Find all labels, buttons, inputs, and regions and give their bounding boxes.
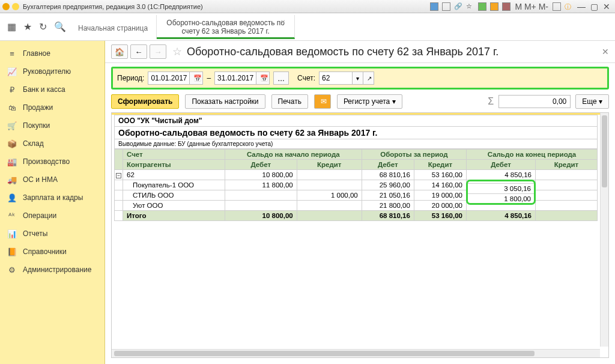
search-icon[interactable]: 🔍: [54, 21, 66, 32]
page-title: Оборотно-сальдовая ведомость по счету 62…: [187, 46, 498, 58]
print-button[interactable]: Печать: [271, 94, 308, 109]
history-icon[interactable]: ↻: [39, 21, 47, 32]
cell: 19 000,00: [414, 190, 466, 201]
apps-grid-icon[interactable]: ▦: [7, 21, 16, 32]
sidebar-item-main[interactable]: ≡Главное: [0, 44, 105, 62]
horizontal-scrollbar[interactable]: [112, 349, 600, 357]
register-button[interactable]: Регистр учета ▾: [337, 94, 402, 109]
sidebar-item-admin[interactable]: ⚙Администрирование: [0, 261, 105, 279]
sidebar-label: Администрирование: [23, 265, 91, 274]
cell: [225, 201, 297, 211]
window-minimize[interactable]: —: [577, 2, 586, 11]
titlebar-icon-calc[interactable]: [502, 2, 510, 11]
sum-field[interactable]: [498, 95, 571, 108]
vertical-scrollbar[interactable]: [600, 113, 608, 347]
show-settings-button[interactable]: Показать настройки: [185, 94, 265, 109]
header-opening: Сальдо на начало периода: [225, 150, 362, 160]
page-close-button[interactable]: ✕: [602, 47, 609, 56]
cell: 4 850,16: [466, 211, 535, 221]
sidebar-label: Склад: [23, 139, 44, 148]
box-icon: 📦: [7, 139, 17, 148]
header-closing: Сальдо на конец периода: [466, 150, 597, 160]
titlebar-icon-print[interactable]: [442, 2, 450, 11]
cell-name: 62: [123, 170, 225, 180]
period-from-input[interactable]: [148, 71, 190, 85]
scrollbar-thumb[interactable]: [114, 351, 535, 356]
home-button[interactable]: 🏠: [111, 44, 128, 59]
favorite-star-icon[interactable]: ☆: [172, 45, 182, 58]
cell: [297, 170, 362, 180]
titlebar-icon-link[interactable]: 🔗: [454, 2, 462, 11]
sidebar-item-production[interactable]: 🏭Производство: [0, 153, 105, 171]
cell: [536, 170, 598, 180]
account-dropdown-button[interactable]: ▾: [353, 71, 363, 85]
window-maximize[interactable]: ▢: [590, 2, 598, 11]
sidebar-item-purchases[interactable]: 🛒Покупки: [0, 117, 105, 135]
favorites-star-icon[interactable]: ★: [23, 21, 32, 32]
period-from-calendar-button[interactable]: 📅: [190, 71, 203, 85]
sidebar-item-reports[interactable]: 📊Отчеты: [0, 225, 105, 243]
report-container[interactable]: ООО "УК "Чистый дом" Оборотно-сальдовая …: [111, 112, 609, 358]
forward-button[interactable]: →: [150, 44, 166, 59]
app-icon-dropdown[interactable]: [12, 3, 19, 10]
email-button[interactable]: ✉: [314, 94, 331, 109]
cell: 53 160,00: [414, 211, 466, 221]
cell: [536, 201, 598, 211]
sidebar-item-stock[interactable]: 📦Склад: [0, 135, 105, 153]
window-titlebar: Бухгалтерия предприятия, редакция 3.0 (1…: [0, 0, 615, 13]
sidebar-item-refs[interactable]: 📙Справочники: [0, 243, 105, 261]
sidebar-item-bank[interactable]: ₽Банк и касса: [0, 80, 105, 99]
titlebar-star-icon[interactable]: ☆: [466, 2, 474, 11]
header-debit: Дебет: [362, 160, 414, 170]
sidebar-item-assets[interactable]: 🚚ОС и НМА: [0, 171, 105, 189]
sidebar-item-salary[interactable]: 👤Зарплата и кадры: [0, 189, 105, 207]
window-close[interactable]: ✕: [603, 2, 610, 11]
back-button[interactable]: ←: [130, 44, 147, 59]
sidebar-item-operations[interactable]: ᴬᵏОперации: [0, 207, 105, 225]
sidebar-label: Покупки: [23, 121, 50, 130]
titlebar-icon-green[interactable]: [478, 2, 486, 11]
cell-name: Уют ООО: [123, 201, 225, 211]
cell: 11 800,00: [225, 180, 297, 190]
cell: 10 800,00: [225, 211, 297, 221]
cell: 20 000,00: [414, 201, 466, 211]
cell-name: Покупатель-1 ООО: [123, 180, 225, 190]
tab-close-icon[interactable]: ✕: [280, 19, 285, 25]
titlebar-icon-calendar[interactable]: [490, 2, 498, 11]
chart-icon: 📈: [7, 67, 17, 76]
page-header: 🏠 ← → ☆ Оборотно-сальдовая ведомость по …: [105, 41, 615, 63]
titlebar-info-icon[interactable]: ⓘ: [565, 2, 573, 11]
tab-start-page[interactable]: Начальная страница: [70, 15, 157, 39]
header-credit: Кредит: [536, 160, 598, 170]
scrollbar-thumb[interactable]: [602, 115, 607, 187]
sidebar-item-manager[interactable]: 📈Руководителю: [0, 62, 105, 80]
titlebar-icon-panel[interactable]: [553, 2, 561, 11]
tab-report-active[interactable]: Оборотно-сальдовая ведомость по счету 62…: [157, 15, 295, 39]
header-credit: Кредит: [414, 160, 466, 170]
app-icon-1c: [2, 3, 10, 10]
table-row[interactable]: − 62 10 800,00 68 810,1653 160,00 4 850,…: [115, 170, 598, 180]
cell-highlight: 1 800,00: [467, 194, 535, 204]
period-to-input[interactable]: [214, 71, 256, 85]
form-button[interactable]: Сформировать: [111, 94, 179, 109]
collapse-button[interactable]: −: [116, 173, 121, 178]
table-row[interactable]: Покупатель-1 ООО 11 800,00 25 960,0014 1…: [115, 180, 598, 190]
sidebar-label: Главное: [23, 49, 50, 58]
report-org: ООО "УК "Чистый дом": [114, 115, 598, 127]
bag-icon: 🛍: [7, 103, 17, 112]
tab-active-label-1: Оборотно-сальдовая ведомость по: [166, 19, 285, 27]
sidebar-label: Зарплата и кадры: [23, 193, 83, 202]
account-input[interactable]: [319, 71, 353, 85]
header-contragent: Контрагенты: [123, 160, 225, 170]
more-button[interactable]: Еще ▾: [575, 94, 609, 109]
cell: [536, 180, 598, 190]
cell: [297, 201, 362, 211]
memory-buttons[interactable]: М М+ М-: [515, 2, 548, 11]
period-to-calendar-button[interactable]: 📅: [256, 71, 270, 85]
titlebar-icon-save[interactable]: [430, 2, 438, 11]
menu-icon: ≡: [7, 49, 17, 58]
cell: [297, 211, 362, 221]
period-picker-button[interactable]: ...: [273, 71, 289, 85]
sidebar-item-sales[interactable]: 🛍Продажи: [0, 99, 105, 117]
account-open-button[interactable]: ↗: [363, 71, 374, 85]
